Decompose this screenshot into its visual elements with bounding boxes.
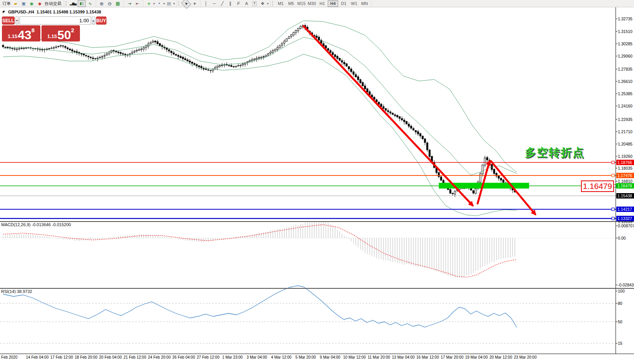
order-ticket-icon[interactable]: ▰ [12, 1, 19, 7]
timeframe-h4[interactable]: H4 [328, 0, 338, 7]
timeframe-m1[interactable]: M1 [276, 1, 285, 7]
chart-shift-icon[interactable]: ⇤ [134, 1, 141, 7]
macd-panel-graphics [0, 221, 616, 277]
timeframe-m15[interactable]: M15 [297, 1, 306, 7]
toolbar-group-chart-type: ▂▆▄ ▮▯ ∿ [64, 0, 96, 7]
toolbar-group-main: 订单 ▰ ▣ ◉ ◆ 自动交易 [0, 0, 64, 7]
crosshair-icon[interactable]: + [191, 1, 198, 7]
buy-price-prefix: 1.15 [47, 33, 57, 39]
timeframe-d1[interactable]: D1 [339, 1, 349, 7]
sell-price-pips: 43 [18, 29, 32, 41]
timeframe-w1[interactable]: W1 [349, 1, 359, 7]
signal-icon[interactable]: ◉ [28, 1, 35, 7]
candles-layer [2, 23, 516, 197]
toolbar-grip [66, 1, 68, 6]
periods-clock-icon[interactable]: ◔ [155, 1, 163, 7]
text-label-icon[interactable]: T [251, 1, 258, 7]
toolbar-group-scroll: ⇥ ⇤ [124, 0, 143, 7]
toolbar-group-cursor: ➤ + [177, 0, 201, 7]
equidistant-channel-icon[interactable]: ∥ [227, 1, 234, 7]
one-click-trade-widget: SELL ▼ ▲ BUY 1.15 43 8 1.15 50 2 [2, 17, 83, 41]
chart-canvas[interactable] [0, 0, 634, 364]
spinner-down-icon: ▼ [16, 19, 18, 22]
chevron-down-icon[interactable]: ▾ [173, 2, 175, 5]
autotrade-button[interactable]: 自动交易 [45, 1, 61, 7]
support-resistance-lines[interactable] [0, 162, 616, 218]
toolbar-group-zoom: ⊕ ⊖ ▦ [96, 0, 124, 7]
sell-price-display[interactable]: 1.15 43 8 [2, 25, 40, 41]
terminal-icon[interactable]: ▣ [20, 1, 27, 7]
toolbar-group-timeframes: M1M5M15M30H1H4D1W1MN [271, 0, 372, 7]
vertical-line-icon[interactable]: │ [202, 1, 210, 7]
buy-price-display[interactable]: 1.15 50 2 [41, 25, 80, 41]
tile-windows-icon[interactable]: ▦ [114, 1, 121, 7]
timeframe-m5[interactable]: M5 [286, 1, 296, 7]
top-toolbar: 订单 ▰ ▣ ◉ ◆ 自动交易 ▂▆▄ ▮▯ ∿ ⊕ ⊖ ▦ ⇥ ⇤ +▾ ◔▾… [0, 0, 634, 7]
horizontal-line-icon[interactable]: ─ [211, 1, 218, 7]
fibonacci-icon[interactable]: F [235, 1, 242, 7]
arrows-shapes-icon[interactable]: ❖ [259, 1, 266, 7]
timeframe-h1[interactable]: H1 [317, 1, 327, 7]
toolbar-grip [178, 1, 180, 6]
text-label-glyph: T [252, 1, 257, 6]
sell-price-point: 8 [32, 27, 35, 33]
template-icon[interactable]: ▤ [165, 1, 173, 7]
sell-button[interactable]: SELL [2, 17, 15, 25]
autotrade-icon[interactable]: ◆ [36, 1, 43, 7]
line-chart-icon[interactable]: ∿ [86, 1, 94, 7]
toolbar-grip [272, 1, 274, 6]
zoom-in-icon[interactable]: ⊕ [98, 1, 105, 7]
candlestick-chart-icon[interactable]: ▮▯ [78, 0, 86, 7]
volume-input[interactable] [20, 17, 91, 25]
spinner-up-icon: ▲ [92, 19, 95, 22]
volume-decrease-button[interactable]: ▼ [15, 17, 19, 25]
chevron-down-icon[interactable]: ▾ [163, 2, 165, 5]
chevron-down-icon[interactable]: ▾ [153, 2, 155, 5]
add-indicator-icon[interactable]: + [145, 1, 153, 7]
timeframe-m30[interactable]: M30 [307, 1, 317, 7]
chevron-down-icon[interactable]: ▾ [267, 2, 269, 5]
toolbar-group-drawing: │ ─ ╱ ∥ F A T ❖▾ [201, 0, 271, 7]
text-tool-icon[interactable]: A [243, 1, 250, 7]
bar-chart-icon[interactable]: ▂▆▄ [70, 1, 77, 7]
new-order-button[interactable]: 订单 [2, 1, 11, 7]
zoom-out-icon[interactable]: ⊖ [106, 1, 113, 7]
buy-price-point: 2 [71, 27, 74, 33]
autoscroll-icon[interactable]: ⇥ [126, 1, 133, 7]
trendline-icon[interactable]: ╱ [219, 1, 226, 7]
buy-price-pips: 50 [57, 29, 71, 41]
sell-price-prefix: 1.15 [8, 33, 17, 39]
timeframe-mn[interactable]: MN [360, 1, 369, 7]
volume-increase-button[interactable]: ▲ [92, 17, 95, 25]
rsi-panel-graphics [0, 286, 616, 343]
buy-button[interactable]: BUY [96, 17, 106, 25]
toolbar-group-objects: +▾ ◔▾ ▤▾ [143, 0, 177, 7]
